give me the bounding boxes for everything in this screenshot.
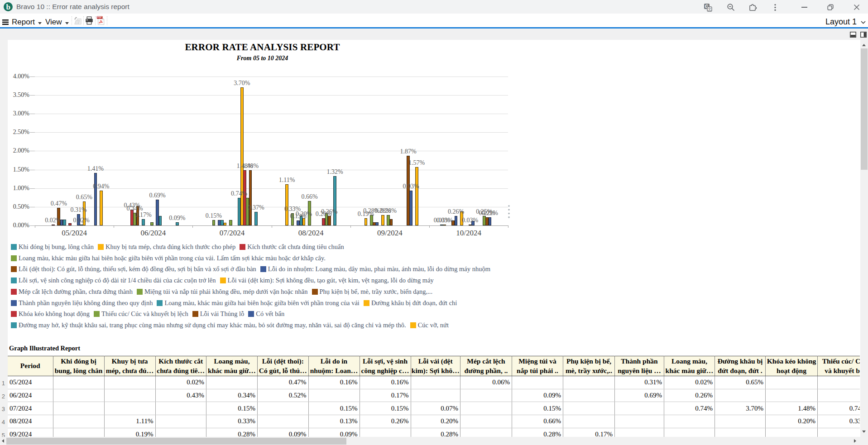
svg-text:PDF: PDF (97, 16, 102, 19)
svg-text:文: 文 (708, 7, 712, 11)
svg-text:b: b (6, 3, 10, 11)
